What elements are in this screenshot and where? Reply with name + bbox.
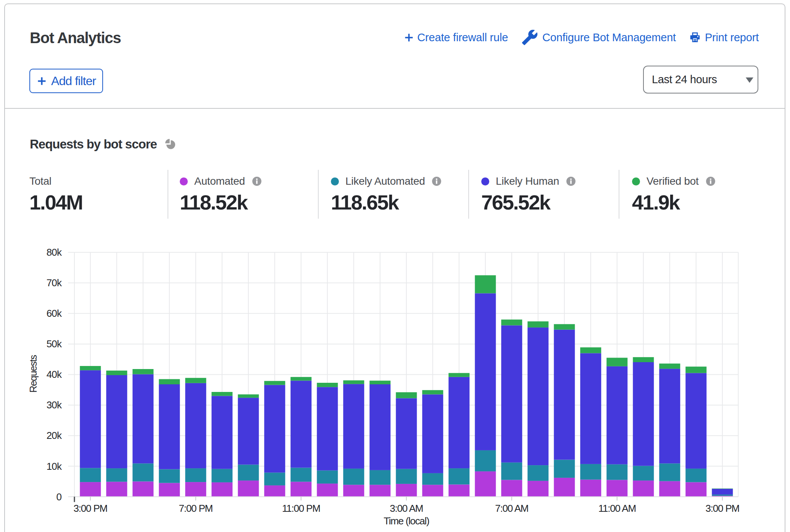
bar-segment-likely_human[interactable]: [185, 383, 206, 468]
bar-segment-likely_automated[interactable]: [396, 469, 417, 484]
bar-segment-likely_human[interactable]: [264, 385, 285, 473]
bar-segment-verified_bot[interactable]: [396, 392, 417, 398]
bar-segment-automated[interactable]: [159, 483, 180, 497]
bar-segment-likely_human[interactable]: [238, 398, 259, 464]
bar-segment-automated[interactable]: [290, 482, 311, 497]
bar-segment-verified_bot[interactable]: [211, 392, 232, 396]
bar-segment-likely_automated[interactable]: [80, 468, 101, 482]
bar-segment-automated[interactable]: [554, 478, 575, 497]
bar-segment-likely_human[interactable]: [685, 373, 706, 469]
bar-segment-automated[interactable]: [475, 471, 496, 497]
bar-segment-likely_automated[interactable]: [238, 465, 259, 481]
bar-segment-likely_human[interactable]: [290, 380, 311, 468]
bar-segment-verified_bot[interactable]: [132, 369, 153, 374]
bar-segment-likely_human[interactable]: [501, 326, 522, 463]
bar-segment-likely_automated[interactable]: [132, 463, 153, 481]
bar-segment-likely_human[interactable]: [422, 394, 443, 473]
bar-segment-verified_bot[interactable]: [527, 321, 548, 327]
bar-segment-likely_automated[interactable]: [106, 468, 127, 482]
bar-segment-automated[interactable]: [106, 482, 127, 497]
bar-segment-automated[interactable]: [369, 485, 390, 497]
bar-segment-likely_automated[interactable]: [448, 468, 469, 484]
bar-segment-verified_bot[interactable]: [659, 364, 680, 369]
bar-segment-likely_automated[interactable]: [211, 469, 232, 482]
bar-segment-likely_automated[interactable]: [343, 469, 364, 485]
bar-segment-automated[interactable]: [80, 482, 101, 497]
bar-segment-automated[interactable]: [185, 482, 206, 497]
bar-segment-likely_automated[interactable]: [159, 469, 180, 483]
bar-segment-automated[interactable]: [317, 484, 338, 497]
bar-segment-likely_automated[interactable]: [501, 463, 522, 480]
bar-segment-likely_automated[interactable]: [264, 472, 285, 485]
bar-segment-automated[interactable]: [659, 481, 680, 497]
bar-segment-likely_automated[interactable]: [422, 473, 443, 485]
bar-segment-verified_bot[interactable]: [580, 347, 601, 353]
bar-segment-verified_bot[interactable]: [369, 380, 390, 384]
bar-segment-verified_bot[interactable]: [422, 390, 443, 394]
bar-segment-likely_automated[interactable]: [317, 471, 338, 484]
bar-segment-likely_human[interactable]: [317, 387, 338, 470]
bar-segment-verified_bot[interactable]: [554, 324, 575, 329]
bar-segment-automated[interactable]: [580, 480, 601, 497]
bar-segment-likely_automated[interactable]: [475, 450, 496, 471]
info-icon[interactable]: [432, 176, 442, 186]
bar-segment-automated[interactable]: [685, 482, 706, 497]
bar-segment-automated[interactable]: [211, 482, 232, 497]
bar-segment-likely_human[interactable]: [448, 377, 469, 468]
bar-segment-likely_automated[interactable]: [712, 495, 733, 496]
bar-segment-verified_bot[interactable]: [238, 394, 259, 398]
bar-segment-likely_human[interactable]: [554, 330, 575, 460]
bar-segment-verified_bot[interactable]: [475, 275, 496, 293]
bar-segment-verified_bot[interactable]: [264, 381, 285, 385]
bar-segment-verified_bot[interactable]: [80, 366, 101, 370]
bar-segment-automated[interactable]: [448, 485, 469, 497]
bar-segment-verified_bot[interactable]: [343, 380, 364, 384]
bar-segment-likely_automated[interactable]: [606, 464, 627, 480]
bar-segment-likely_human[interactable]: [159, 384, 180, 469]
bar-segment-likely_automated[interactable]: [185, 468, 206, 482]
bar-segment-likely_human[interactable]: [606, 366, 627, 464]
bar-segment-likely_human[interactable]: [211, 396, 232, 469]
bar-segment-automated[interactable]: [396, 484, 417, 497]
bar-segment-automated[interactable]: [606, 480, 627, 497]
bar-segment-verified_bot[interactable]: [159, 379, 180, 384]
bar-segment-automated[interactable]: [527, 481, 548, 497]
bar-segment-likely_human[interactable]: [475, 293, 496, 450]
bar-segment-likely_human[interactable]: [396, 398, 417, 469]
bar-segment-likely_human[interactable]: [633, 362, 654, 466]
bar-segment-likely_automated[interactable]: [369, 470, 390, 485]
bar-segment-automated[interactable]: [501, 480, 522, 497]
bar-segment-likely_human[interactable]: [132, 374, 153, 464]
info-icon[interactable]: [706, 176, 716, 186]
bar-segment-likely_human[interactable]: [712, 489, 733, 495]
bar-segment-automated[interactable]: [633, 480, 654, 497]
bar-segment-likely_human[interactable]: [527, 327, 548, 465]
bar-segment-automated[interactable]: [343, 485, 364, 497]
bar-segment-verified_bot[interactable]: [712, 488, 733, 489]
bar-segment-likely_human[interactable]: [80, 370, 101, 468]
bar-segment-verified_bot[interactable]: [685, 367, 706, 373]
bar-segment-verified_bot[interactable]: [633, 357, 654, 362]
bar-segment-verified_bot[interactable]: [317, 383, 338, 387]
bar-segment-automated[interactable]: [422, 485, 443, 497]
bar-segment-automated[interactable]: [264, 485, 285, 497]
info-icon[interactable]: [252, 176, 262, 186]
info-icon[interactable]: [566, 176, 576, 186]
bar-segment-verified_bot[interactable]: [501, 319, 522, 325]
bar-segment-verified_bot[interactable]: [606, 358, 627, 366]
bar-segment-likely_automated[interactable]: [580, 464, 601, 480]
bar-segment-automated[interactable]: [238, 480, 259, 497]
bar-segment-automated[interactable]: [132, 482, 153, 497]
bar-segment-likely_human[interactable]: [659, 369, 680, 463]
bar-segment-likely_automated[interactable]: [527, 465, 548, 481]
bar-segment-likely_human[interactable]: [369, 384, 390, 470]
bar-segment-verified_bot[interactable]: [185, 378, 206, 383]
bar-segment-likely_automated[interactable]: [685, 469, 706, 482]
bar-segment-verified_bot[interactable]: [106, 371, 127, 375]
bar-segment-likely_automated[interactable]: [554, 460, 575, 478]
bar-segment-likely_human[interactable]: [580, 353, 601, 464]
bar-segment-likely_automated[interactable]: [290, 468, 311, 482]
bar-segment-likely_human[interactable]: [343, 384, 364, 469]
bar-segment-likely_automated[interactable]: [659, 463, 680, 481]
bar-segment-likely_automated[interactable]: [633, 466, 654, 480]
